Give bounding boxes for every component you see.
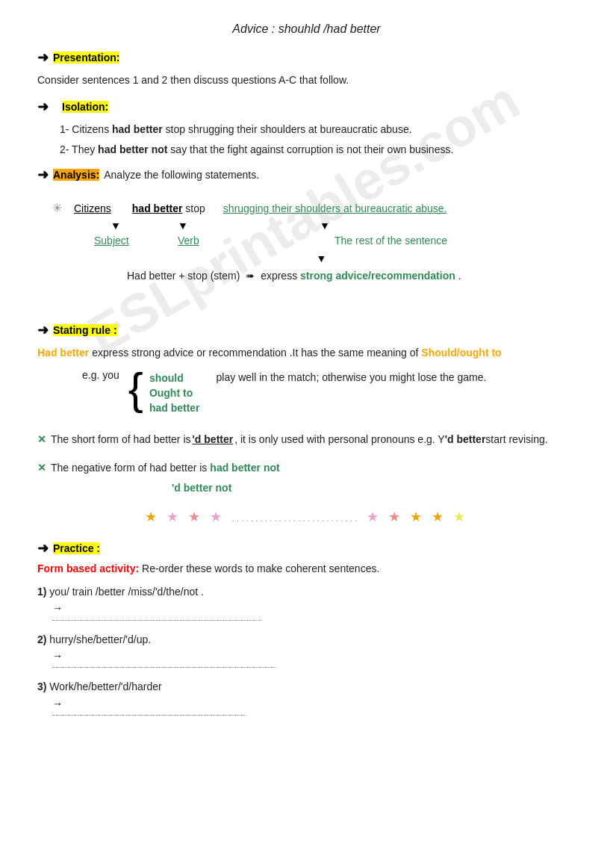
short-form-section: ✕ The short form of had better is 'd bet… xyxy=(37,430,576,449)
isolation-section: ➜ Isolation: 1- Citizens had better stop… xyxy=(37,99,576,158)
short-form-text-middle: , it is only used with personal pronouns… xyxy=(234,430,444,449)
d-better-label: 'd better xyxy=(193,430,234,449)
item-number-2: 2) xyxy=(37,633,46,645)
short-form-bullet: ✕ xyxy=(37,430,46,449)
item-number-1: 1) xyxy=(37,586,46,598)
isolation-label: Isolation: xyxy=(62,101,108,113)
arrow-icon: ➜ xyxy=(37,49,49,66)
rule-middle-text: express strong advice or recommendation … xyxy=(92,347,421,359)
star-8: ★ xyxy=(432,509,446,524)
star-9: ★ xyxy=(453,509,468,524)
sentence-rest: shrugging their shoulders at bureaucrati… xyxy=(223,202,447,214)
analysis-description: Analyze the following statements. xyxy=(104,169,259,181)
analysis-arrow-icon: ➜ xyxy=(37,167,49,183)
stating-rule-arrow-icon: ➜ xyxy=(37,322,49,338)
stating-rule-section: ➜ Stating rule : Had better express stro… xyxy=(37,322,576,419)
isolation-header: ➜ Isolation: xyxy=(37,99,576,115)
should-ought-text: Should/ought to xyxy=(421,347,501,359)
isolation-list: 1- Citizens had better stop shrugging th… xyxy=(37,121,576,158)
star-3: ★ xyxy=(188,509,203,524)
had-better-label: Had better xyxy=(37,347,89,359)
sentence-citizens: Citizens xyxy=(74,202,111,214)
activity-list: 1) you/ train /better /miss/'d/the/not .… xyxy=(37,583,576,716)
brace-icon: { xyxy=(128,369,143,409)
analysis-section: ➜ Analysis: Analyze the following statem… xyxy=(37,167,576,306)
dotted-line-3 xyxy=(52,715,246,716)
example-words: should Ought to had better xyxy=(149,369,200,414)
labels-row: Subject Verb The rest of the sentence xyxy=(52,235,561,247)
short-form-text-prefix: The short form of had better is xyxy=(51,430,191,449)
arrow-down-2: ▼ xyxy=(178,220,245,232)
item-text-3: Work/he/better/'d/harder xyxy=(49,681,161,692)
practice-label: Practice : xyxy=(53,542,100,554)
formula-text: Had better + stop (stem) xyxy=(127,270,243,282)
option-should: should xyxy=(149,372,200,384)
dotted-line-2 xyxy=(52,667,276,668)
label-subject: Subject xyxy=(94,235,154,247)
dotted-line-1 xyxy=(52,620,261,621)
star-4: ★ xyxy=(210,509,225,524)
activity-item-2: 2) hurry/she/better/'d/up. → xyxy=(37,631,576,669)
center-arrow-down: ▼ xyxy=(317,252,327,264)
sentence-had-better: had better stop xyxy=(132,202,205,214)
form-based-activity: Form based activity: Re-order these word… xyxy=(37,562,576,574)
activity-item-1: 1) you/ train /better /miss/'d/the/not .… xyxy=(37,583,576,621)
brace-container: { should Ought to had better xyxy=(128,369,200,414)
activity-item-3: 3) Work/he/better/'d/harder → xyxy=(37,678,576,716)
formula-express: express xyxy=(261,270,300,282)
intro-text: Consider sentences 1 and 2 then discuss … xyxy=(37,72,576,88)
formula-arrow-icon: ➠ xyxy=(246,270,255,282)
negative-form-row: ✕ The negative form of had better is had… xyxy=(37,459,576,477)
analysis-header: ➜ Analysis: Analyze the following statem… xyxy=(37,167,576,183)
item-arrow-3: → xyxy=(52,695,63,712)
snowflake-icon: ✳ xyxy=(52,201,62,215)
page-title: Advice : shouhld /had better xyxy=(37,22,576,36)
star-1: ★ xyxy=(145,509,160,524)
isolation-item-1: 1- Citizens had better stop shrugging th… xyxy=(60,121,576,137)
eg-label: e.g. you xyxy=(82,369,119,381)
star-6: ★ xyxy=(388,509,403,524)
down-arrows-row: ▼ ▼ ▼ xyxy=(52,220,561,232)
neg-form-text: The negative form of had better is xyxy=(51,459,207,477)
d-better-not-label: 'd better not xyxy=(172,482,231,494)
item-arrow-2: → xyxy=(52,648,63,664)
example-block: e.g. you { should Ought to had better pl… xyxy=(37,369,576,418)
stating-rule-label: Stating rule : xyxy=(53,324,117,336)
presentation-label: Presentation: xyxy=(53,52,119,63)
eg-row: e.g. you { should Ought to had better pl… xyxy=(82,369,576,418)
analysis-label: Analysis: xyxy=(53,169,99,181)
stating-rule-header: ➜ Stating rule : xyxy=(37,322,576,338)
practice-header: ➜ Practice : xyxy=(37,540,576,557)
form-based-label: Form based activity: xyxy=(37,562,139,574)
isolation-item-2: 2- They had better not say that the figh… xyxy=(60,141,576,158)
formula-dot: . xyxy=(458,270,461,282)
short-form-row: ✕ The short form of had better is 'd bet… xyxy=(37,430,576,449)
d-better-not-row: 'd better not xyxy=(37,482,576,494)
isolation-arrow-icon: ➜ xyxy=(37,99,49,115)
arrow-down-1: ▼ xyxy=(111,220,178,232)
practice-section: ➜ Practice : Form based activity: Re-ord… xyxy=(37,540,576,716)
sentence-row: ✳ Citizens had better stop shrugging the… xyxy=(52,201,561,215)
practice-arrow-icon: ➜ xyxy=(37,540,49,557)
play-text: play well in the match; otherwise you mi… xyxy=(217,369,487,385)
sentence-diagram: ✳ Citizens had better stop shrugging the… xyxy=(37,193,576,306)
item-text-2: hurry/she/better/'d/up. xyxy=(49,633,151,645)
presentation-header: ➜ Presentation: xyxy=(37,49,576,66)
label-verb: Verb xyxy=(178,235,223,247)
strong-advice-text: strong advice/recommendation xyxy=(300,270,455,282)
star-7: ★ xyxy=(410,509,425,524)
arrow-down-3: ▼ xyxy=(320,220,330,232)
item-text-1: you/ train /better /miss/'d/the/not . xyxy=(49,586,204,598)
dots-center: ........................... xyxy=(231,513,359,524)
short-form-text-suffix: start revising. xyxy=(485,430,547,449)
item-number-3: 3) xyxy=(37,681,46,692)
option-ought-to: Ought to xyxy=(149,387,200,399)
negative-form-section: ✕ The negative form of had better is had… xyxy=(37,459,576,494)
decorative-divider: ★ ★ ★ ★ ........................... ★ ★ … xyxy=(37,509,576,525)
rule-text-block: Had better express strong advice or reco… xyxy=(37,344,576,362)
had-better-not-label: had better not xyxy=(210,459,279,477)
center-arrow-row: ▼ xyxy=(52,252,561,264)
option-had-better: had better xyxy=(149,402,200,414)
yd-better-label: 'd better xyxy=(445,430,486,449)
item-arrow-1: → xyxy=(52,600,63,616)
